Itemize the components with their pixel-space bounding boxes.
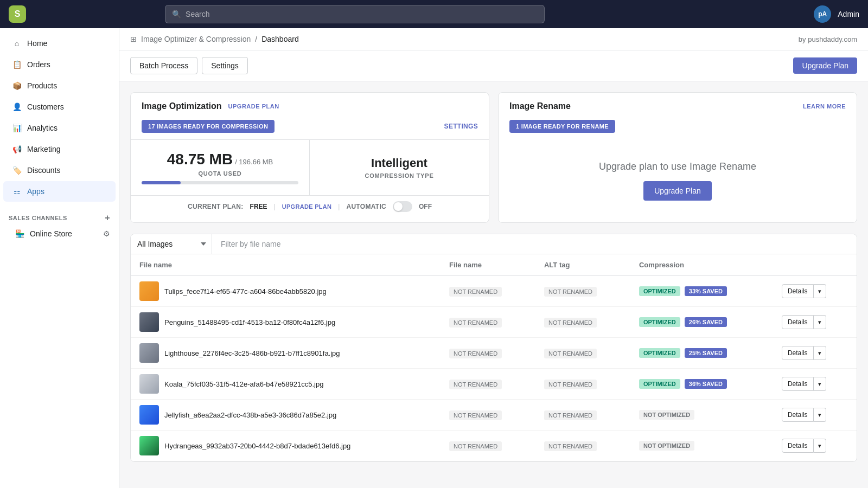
cell-filename-0: Tulips_fece7f14-ef65-477c-a604-86be4abb5… xyxy=(131,276,441,307)
top-navigation: S 🔍 Search pA Admin xyxy=(0,0,868,28)
cell-renamed-1: NOT RENAMED xyxy=(441,307,535,338)
image-rename-panel: Image Rename LEARN MORE 1 IMAGE READY FO… xyxy=(498,92,857,223)
details-button-4[interactable]: Details xyxy=(782,408,814,422)
details-button-3[interactable]: Details xyxy=(782,377,814,391)
filename-text-4: Jellyfish_a6ea2aa2-dfcc-438b-a5e3-36c86d… xyxy=(164,411,336,419)
compression-type-label: COMPRESSION TYPE xyxy=(365,172,433,179)
nav-right: pA Admin xyxy=(814,5,859,23)
images-table: File name File name ALT tag Compression … xyxy=(131,254,857,461)
thumb-tulips xyxy=(139,281,159,301)
details-dropdown-3[interactable]: ▾ xyxy=(814,377,826,391)
image-rename-header: Image Rename LEARN MORE xyxy=(499,93,857,115)
sidebar-item-products[interactable]: 📦 Products xyxy=(3,75,116,96)
sidebar-label-apps: Apps xyxy=(27,187,44,196)
details-dropdown-1[interactable]: ▾ xyxy=(814,315,826,329)
cell-alt-2: NOT RENAMED xyxy=(535,338,630,369)
thumb-lighthouse xyxy=(139,343,159,363)
renamed-badge-0: NOT RENAMED xyxy=(449,287,502,297)
customers-icon: 👤 xyxy=(12,102,22,112)
cell-alt-0: NOT RENAMED xyxy=(535,276,630,307)
settings-button[interactable]: Settings xyxy=(202,57,248,74)
add-sales-channel-button[interactable]: + xyxy=(105,213,110,223)
alt-badge-0: NOT RENAMED xyxy=(544,287,597,297)
sidebar-item-discounts[interactable]: 🏷️ Discounts xyxy=(3,160,116,181)
apps-icon: ⚏ xyxy=(12,187,22,196)
sidebar-item-customers[interactable]: 👤 Customers xyxy=(3,97,116,117)
details-dropdown-2[interactable]: ▾ xyxy=(814,346,826,360)
home-icon: ⌂ xyxy=(12,38,22,48)
table-row: Tulips_fece7f14-ef65-477c-a604-86be4abb5… xyxy=(131,276,857,307)
alt-badge-5: NOT RENAMED xyxy=(544,441,597,451)
cell-renamed-5: NOT RENAMED xyxy=(441,431,535,461)
automatic-toggle[interactable] xyxy=(393,201,412,212)
orders-icon: 📋 xyxy=(12,60,22,69)
cell-alt-5: NOT RENAMED xyxy=(535,431,630,461)
filename-text-0: Tulips_fece7f14-ef65-477c-a604-86be4abb5… xyxy=(164,287,327,296)
sidebar-item-orders[interactable]: 📋 Orders xyxy=(3,54,116,75)
sidebar-label-orders: Orders xyxy=(27,60,50,69)
table-row: Penguins_51488495-cd1f-4513-ba12-0f80fc4… xyxy=(131,307,857,338)
renamed-badge-5: NOT RENAMED xyxy=(449,441,502,451)
alt-badge-4: NOT RENAMED xyxy=(544,410,597,420)
upgrade-plan-button[interactable]: Upgrade Plan xyxy=(793,57,857,74)
compression-type-cell: Intelligent COMPRESSION TYPE xyxy=(310,140,489,195)
sidebar-item-apps[interactable]: ⚏ Apps xyxy=(3,181,116,202)
cell-actions-1: Details ▾ xyxy=(773,307,857,338)
details-button-0[interactable]: Details xyxy=(782,284,814,298)
thumb-penguins xyxy=(139,312,159,332)
settings-link[interactable]: SETTINGS xyxy=(444,123,478,130)
upgrade-plan-link-plan-row[interactable]: UPGRADE PLAN xyxy=(282,203,332,210)
shopify-logo[interactable]: S xyxy=(9,5,26,23)
details-dropdown-4[interactable]: ▾ xyxy=(814,408,826,422)
stats-row: 48.75 MB / 196.66 MB QUOTA USED Intellig… xyxy=(131,139,489,195)
toggle-knob xyxy=(394,202,403,211)
sidebar-label-discounts: Discounts xyxy=(27,166,60,175)
online-store-settings-icon[interactable]: ⚙ xyxy=(103,229,110,238)
filename-text-1: Penguins_51488495-cd1f-4513-ba12-0f80fc4… xyxy=(164,318,335,326)
compression-type-value: Intelligent xyxy=(371,156,427,170)
details-dropdown-0[interactable]: ▾ xyxy=(814,284,826,298)
search-bar[interactable]: 🔍 Search xyxy=(165,5,545,23)
progress-bar-fill xyxy=(142,181,181,184)
thumb-hydrangeas xyxy=(139,436,159,455)
cell-compression-5: NOT OPTIMIZED xyxy=(630,431,773,461)
filename-text-3: Koala_75fcf035-31f5-412e-afa6-b47e58921c… xyxy=(164,380,323,388)
sidebar-item-online-store[interactable]: 🏪 Online Store ⚙ xyxy=(0,225,119,242)
sidebar-label-marketing: Marketing xyxy=(27,145,60,153)
sidebar-item-analytics[interactable]: 📊 Analytics xyxy=(3,118,116,138)
sidebar-item-home[interactable]: ⌂ Home xyxy=(3,33,116,54)
sidebar-label-analytics: Analytics xyxy=(27,124,58,132)
col-actions xyxy=(773,254,857,276)
quota-total: / 196.66 MB xyxy=(235,158,273,166)
online-store-icon: 🏪 xyxy=(15,229,24,238)
cell-filename-5: Hydrangeas_9932ab37-20b0-4442-b8d7-bdade… xyxy=(131,431,441,461)
cell-actions-3: Details ▾ xyxy=(773,369,857,400)
image-filter-select[interactable]: All Images xyxy=(131,234,212,254)
filter-row: All Images xyxy=(131,234,857,254)
rename-upgrade-button[interactable]: Upgrade Plan xyxy=(643,181,712,201)
cell-filename-2: Lighthouse_2276f4ec-3c25-486b-b921-b7ff1… xyxy=(131,338,441,369)
plan-row: CURRENT PLAN: FREE | UPGRADE PLAN | AUTO… xyxy=(131,195,489,217)
details-button-1[interactable]: Details xyxy=(782,315,814,329)
sidebar-label-online-store: Online Store xyxy=(30,229,72,238)
sidebar-item-marketing[interactable]: 📢 Marketing xyxy=(3,139,116,159)
avatar[interactable]: pA xyxy=(814,5,831,23)
details-button-5[interactable]: Details xyxy=(782,439,814,453)
renamed-badge-2: NOT RENAMED xyxy=(449,349,502,358)
automatic-label: AUTOMATIC xyxy=(346,203,386,210)
thumb-jellyfish xyxy=(139,405,159,425)
filename-filter-input[interactable] xyxy=(212,234,857,254)
renamed-badge-4: NOT RENAMED xyxy=(449,410,502,420)
batch-process-button[interactable]: Batch Process xyxy=(130,57,197,74)
cell-compression-4: NOT OPTIMIZED xyxy=(630,400,773,431)
renamed-badge-1: NOT RENAMED xyxy=(449,318,502,328)
learn-more-link[interactable]: LEARN MORE xyxy=(803,103,846,110)
cell-actions-4: Details ▾ xyxy=(773,400,857,431)
badge-row: 17 IMAGES READY FOR COMPRESSION SETTINGS xyxy=(131,115,489,139)
table-row: Hydrangeas_9932ab37-20b0-4442-b8d7-bdade… xyxy=(131,431,857,461)
details-button-2[interactable]: Details xyxy=(782,346,814,360)
admin-label: Admin xyxy=(838,10,859,18)
upgrade-plan-link-inline[interactable]: UPGRADE PLAN xyxy=(228,103,279,110)
cell-compression-3: OPTIMIZED 36% SAVED xyxy=(630,369,773,400)
details-dropdown-5[interactable]: ▾ xyxy=(814,439,826,453)
